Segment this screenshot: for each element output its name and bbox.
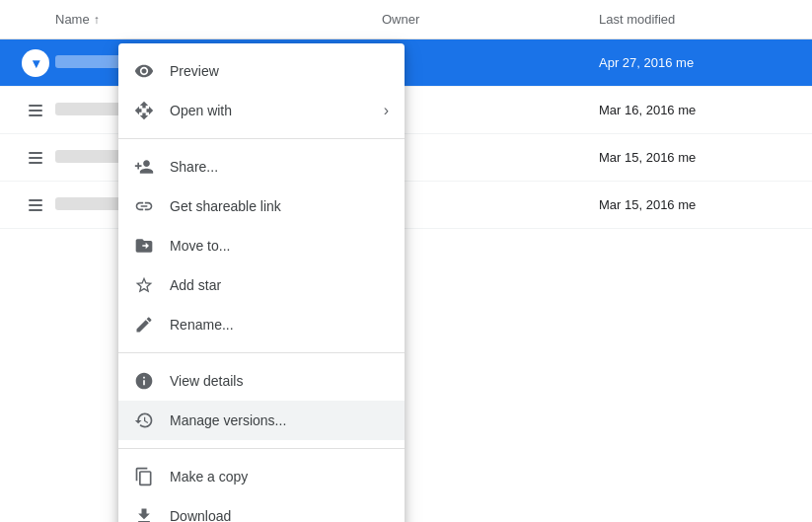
menu-lines-icon [25, 101, 46, 120]
submenu-arrow-icon: › [384, 102, 389, 119]
menu-item-manage-versions[interactable]: Manage versions... [118, 401, 405, 440]
share-label: Share... [170, 159, 389, 175]
preview-label: Preview [170, 63, 389, 79]
add-star-label: Add star [170, 277, 389, 293]
header-owner[interactable]: Owner [382, 12, 599, 27]
move-to-icon [134, 236, 154, 256]
header-owner-label: Owner [382, 12, 419, 27]
sort-icon: ↑ [94, 13, 100, 27]
header-modified[interactable]: Last modified [599, 12, 796, 27]
menu-lines-icon [25, 195, 46, 215]
menu-item-move-to[interactable]: Move to... [118, 226, 405, 265]
open-with-label: Open with [170, 103, 368, 118]
menu-item-download[interactable]: Download [118, 496, 405, 522]
file-modified: Mar 15, 2016 me [599, 197, 796, 212]
file-icon-cell [16, 101, 55, 120]
menu-item-open-with[interactable]: Open with › [118, 91, 405, 130]
header-modified-label: Last modified [599, 12, 675, 27]
make-copy-label: Make a copy [170, 469, 389, 485]
file-icon-cell [16, 148, 55, 168]
selected-circle: ▾ [22, 49, 49, 77]
menu-lines-icon [25, 148, 46, 168]
file-modified: Apr 27, 2016 me [599, 55, 796, 70]
menu-item-add-star[interactable]: Add star [118, 265, 405, 305]
file-icon-cell: ▾ [16, 49, 55, 77]
file-modified: Mar 16, 2016 me [599, 103, 796, 117]
history-icon [134, 410, 154, 430]
table-header: Name ↑ Owner Last modified [0, 0, 812, 39]
menu-item-rename[interactable]: Rename... [118, 305, 405, 344]
star-icon [134, 275, 154, 295]
download-icon [134, 506, 154, 522]
view-details-label: View details [170, 373, 389, 389]
menu-item-preview[interactable]: Preview [118, 51, 405, 91]
menu-divider [118, 448, 405, 449]
file-icon-cell [16, 195, 55, 215]
rename-label: Rename... [170, 317, 389, 333]
download-label: Download [170, 508, 389, 522]
link-icon [134, 196, 154, 216]
file-modified: Mar 15, 2016 me [599, 150, 796, 165]
context-menu: Preview Open with › Share... Get shareab… [118, 43, 405, 522]
copy-icon [134, 467, 154, 486]
edit-icon [134, 315, 154, 335]
header-name-label: Name [55, 12, 90, 27]
menu-item-make-copy[interactable]: Make a copy [118, 457, 405, 496]
down-arrow-icon: ▾ [33, 55, 39, 71]
eye-icon [134, 61, 154, 81]
open-with-icon [134, 101, 154, 120]
menu-divider [118, 138, 405, 139]
manage-versions-label: Manage versions... [170, 412, 389, 428]
menu-item-view-details[interactable]: View details [118, 361, 405, 401]
menu-divider [118, 352, 405, 353]
menu-item-share[interactable]: Share... [118, 147, 405, 186]
person-add-icon [134, 157, 154, 177]
info-icon [134, 371, 154, 391]
move-to-label: Move to... [170, 238, 389, 254]
menu-item-get-link[interactable]: Get shareable link [118, 186, 405, 226]
header-name[interactable]: Name ↑ [55, 12, 382, 27]
get-link-label: Get shareable link [170, 198, 389, 214]
